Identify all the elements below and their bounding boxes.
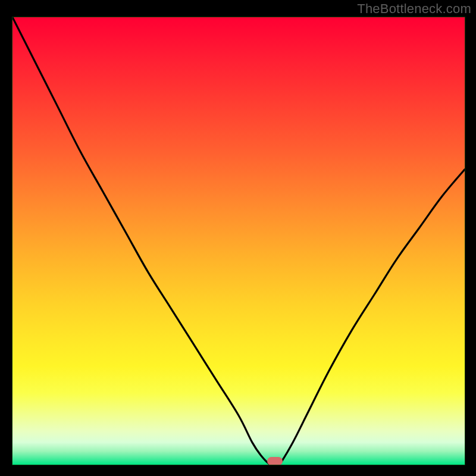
plot-area bbox=[12, 17, 465, 465]
optimal-point-marker bbox=[267, 457, 283, 465]
chart-frame: TheBottleneck.com bbox=[0, 0, 476, 476]
curve-layer bbox=[12, 17, 465, 465]
watermark-text: TheBottleneck.com bbox=[357, 1, 471, 17]
bottleneck-curve bbox=[12, 17, 465, 465]
